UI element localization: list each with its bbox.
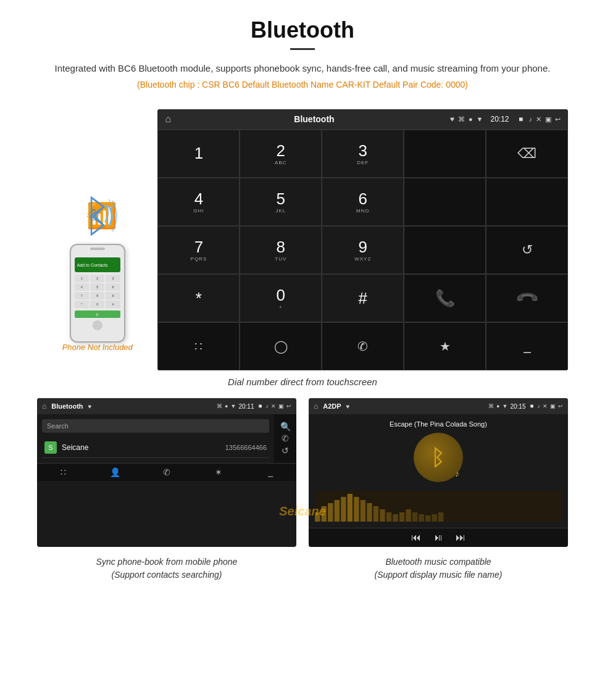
dial-key-9[interactable]: 9 WXYZ xyxy=(322,226,404,274)
svg-rect-26 xyxy=(412,512,417,522)
pb-nav-phone[interactable]: ✆ xyxy=(141,467,193,477)
dial-key-7[interactable]: 7 PQRS xyxy=(157,226,240,274)
dial-key-hash[interactable]: # xyxy=(322,274,404,322)
mini-btn: 2 xyxy=(90,275,104,282)
close-icon[interactable]: ✕ xyxy=(536,115,541,123)
svg-rect-15 xyxy=(341,497,346,522)
music-cam-icon[interactable]: ◽ xyxy=(528,403,535,409)
music-home-icon[interactable]: ⌂ xyxy=(314,402,318,410)
refresh-icon: ↺ xyxy=(522,242,533,258)
phone-body: Add to Contacts 1 2 3 4 5 6 7 8 9 * 0 # … xyxy=(70,244,125,343)
pb-close-icon[interactable]: ✕ xyxy=(271,403,276,409)
dial-cell-empty-1 xyxy=(404,130,486,178)
mini-btn: 6 xyxy=(106,283,120,291)
dial-nav-phone[interactable]: ✆ xyxy=(322,322,404,370)
pb-status-icons: ⌘ ● ▼ 20:11 ◽ ♪ ✕ ▣ ↩ xyxy=(217,403,291,410)
dial-cell-empty-4 xyxy=(404,226,486,274)
dial-key-5[interactable]: 5 JKL xyxy=(240,178,322,226)
grid-icon: ∷ xyxy=(194,339,202,354)
dial-num: 0 xyxy=(277,287,285,303)
home-icon[interactable]: ⌂ xyxy=(165,114,171,125)
dial-key-3[interactable]: 3 DEF xyxy=(322,130,404,178)
dial-key-8[interactable]: 8 TUV xyxy=(240,226,322,274)
search-bar[interactable]: Search xyxy=(42,419,269,433)
signal-icon: ▼ xyxy=(477,115,483,123)
music-close-icon[interactable]: ✕ xyxy=(543,403,548,409)
phonebook-nav: ∷ 👤 ✆ ✶ ⎯ xyxy=(37,463,296,481)
dial-num: 7 xyxy=(194,239,203,255)
dial-key-2[interactable]: 2 ABC xyxy=(240,130,322,178)
next-track-icon[interactable]: ⏭ xyxy=(456,532,465,543)
dial-cell-empty-2 xyxy=(404,178,486,226)
dial-key-star[interactable]: * xyxy=(157,274,240,322)
dial-caption: Dial number direct from touchscreen xyxy=(0,377,605,387)
bluetooth-status-icon: ⌘ xyxy=(458,115,465,123)
pb-search-icon[interactable]: 🔍 xyxy=(280,422,291,431)
pb-nav-link[interactable]: ⎯ xyxy=(244,467,296,477)
music-loc-icon: ● xyxy=(496,403,499,409)
dial-key-backspace[interactable]: ⌫ xyxy=(486,130,568,178)
dial-nav-grid[interactable]: ∷ xyxy=(157,322,240,370)
dial-nav-contacts[interactable]: ◯ xyxy=(240,322,322,370)
mini-btn: # xyxy=(106,301,120,308)
dial-key-end[interactable]: 📞 xyxy=(486,274,568,322)
dial-num: 8 xyxy=(277,239,285,255)
prev-track-icon[interactable]: ⏮ xyxy=(411,532,421,543)
music-title: A2DP xyxy=(323,402,341,410)
phone-screen-text: Add to Contacts xyxy=(77,263,108,267)
dial-nav-link[interactable]: ⎯ xyxy=(486,322,568,370)
play-pause-icon[interactable]: ⏯ xyxy=(433,532,443,543)
window-icon[interactable]: ▣ xyxy=(545,115,551,123)
music-vol-icon[interactable]: ♪ xyxy=(538,403,541,409)
dial-nav-bluetooth[interactable]: ★ xyxy=(404,322,486,370)
music-caption-text: Bluetooth music compatible(Support displ… xyxy=(375,557,503,580)
camera-icon[interactable]: ◽ xyxy=(517,115,525,123)
music-nav: ⏮ ⏯ ⏭ xyxy=(309,528,568,547)
phone-not-included-label: Phone Not Included xyxy=(62,343,133,352)
pb-back-icon[interactable]: ↩ xyxy=(286,403,291,409)
svg-rect-14 xyxy=(335,500,340,522)
eq-visualization xyxy=(315,491,562,522)
music-win-icon[interactable]: ▣ xyxy=(550,403,556,409)
pb-win-icon[interactable]: ▣ xyxy=(278,403,284,409)
pb-cam-icon[interactable]: ◽ xyxy=(257,403,264,409)
mini-btn: 8 xyxy=(90,292,104,299)
pb-sync-icon[interactable]: ↺ xyxy=(282,446,289,456)
pb-vol-icon[interactable]: ♪ xyxy=(266,403,269,409)
dial-num: 5 xyxy=(277,191,285,207)
svg-rect-22 xyxy=(386,512,391,522)
music-back-icon[interactable]: ↩ xyxy=(558,403,563,409)
svg-rect-12 xyxy=(322,506,327,522)
song-title: Escape (The Pina Colada Song) xyxy=(390,420,487,428)
phonebook-statusbar: ⌂ Bluetooth ♥ ⌘ ● ▼ 20:11 ◽ ♪ ✕ ▣ ↩ xyxy=(37,398,296,414)
contact-row[interactable]: S Seicane 13566664466 xyxy=(42,438,269,458)
call-green-icon: 📞 xyxy=(435,289,455,308)
contact-letter: S xyxy=(44,441,57,454)
pb-home-icon[interactable]: ⌂ xyxy=(42,402,46,410)
album-bt-svg xyxy=(426,445,451,470)
pb-nav-contacts[interactable]: 👤 xyxy=(89,467,141,477)
dial-num: 9 xyxy=(358,239,367,255)
dial-key-1[interactable]: 1 xyxy=(157,130,240,178)
volume-icon[interactable]: ♪ xyxy=(529,115,533,123)
album-art: ♪ xyxy=(414,433,463,482)
pb-nav-bluetooth[interactable]: ✶ xyxy=(193,467,244,477)
music-caption: Bluetooth music compatible(Support displ… xyxy=(309,556,568,581)
dial-num: 4 xyxy=(194,191,203,207)
dial-key-6[interactable]: 6 MNO xyxy=(322,178,404,226)
pb-sig-icon: ▼ xyxy=(231,403,236,409)
pb-time: 20:11 xyxy=(238,403,254,410)
pb-call-icon[interactable]: ✆ xyxy=(282,433,289,443)
svg-rect-21 xyxy=(380,509,385,522)
pb-nav-grid[interactable]: ∷ xyxy=(37,467,89,477)
pb-grid-icon: ∷ xyxy=(60,467,66,477)
phonebook-screen: ⌂ Bluetooth ♥ ⌘ ● ▼ 20:11 ◽ ♪ ✕ ▣ ↩ Sear… xyxy=(37,398,296,547)
dial-key-0[interactable]: 0 + xyxy=(240,274,322,322)
dial-key-refresh[interactable]: ↺ xyxy=(486,226,568,274)
dial-key-4[interactable]: 4 GHI xyxy=(157,178,240,226)
page-title: Bluetooth xyxy=(37,17,568,43)
svg-rect-18 xyxy=(361,500,365,522)
dial-key-call[interactable]: 📞 xyxy=(404,274,486,322)
back-icon[interactable]: ↩ xyxy=(555,115,561,123)
bluetooth-specs: (Bluetooth chip : CSR BC6 Default Blueto… xyxy=(37,80,568,90)
